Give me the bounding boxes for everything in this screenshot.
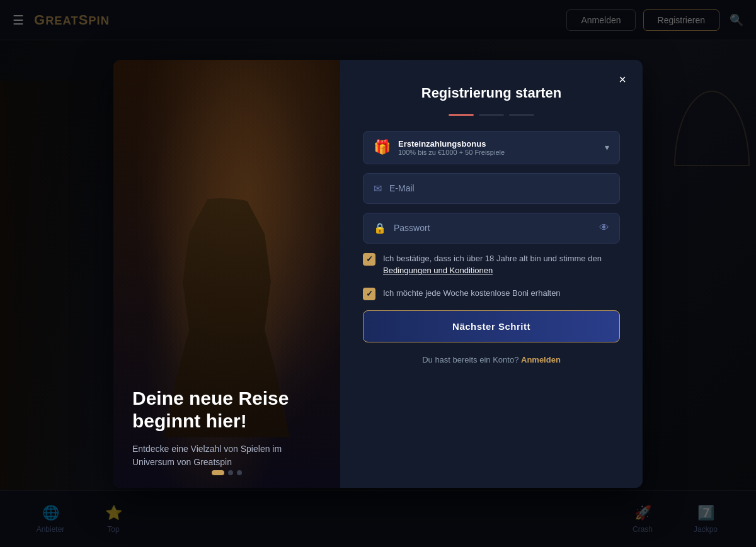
checkmark-icon: ✓ [366, 254, 373, 264]
terms-text-prefix: Ich bestätige, dass ich über 18 Jahre al… [383, 254, 602, 263]
bonus-text: Ersteinzahlungsbonus 100% bis zu €1000 +… [398, 139, 597, 156]
carousel-dots [212, 470, 242, 475]
modal-close-button[interactable]: × [612, 70, 633, 90]
login-prompt: Du hast bereits ein Konto? Anmelden [363, 355, 620, 364]
gift-icon: 🎁 [374, 139, 391, 155]
dot-1[interactable] [212, 470, 224, 475]
terms-checkbox-row: ✓ Ich bestätige, dass ich über 18 Jahre … [363, 252, 620, 277]
lock-icon: 🔒 [374, 222, 386, 234]
bonus-desc: 100% bis zu €1000 + 50 Freispiele [398, 149, 597, 156]
already-account-text: Du hast bereits ein Konto? [422, 355, 518, 364]
step-2 [479, 114, 504, 116]
bonus-banner[interactable]: 🎁 Ersteinzahlungsbonus 100% bis zu €1000… [363, 131, 620, 164]
email-field-container: ✉ [363, 173, 620, 204]
email-input[interactable] [389, 183, 609, 193]
terms-label: Ich bestätige, dass ich über 18 Jahre al… [383, 252, 620, 277]
password-field-container: 🔒 👁 [363, 213, 620, 244]
registration-modal: Deine neue Reise beginnt hier! Entdecke … [113, 60, 643, 488]
checkmark-icon-2: ✓ [366, 289, 373, 298]
password-input[interactable] [394, 223, 592, 233]
email-icon: ✉ [374, 183, 382, 195]
modal-left-panel: Deine neue Reise beginnt hier! Entdecke … [113, 60, 340, 488]
eye-icon[interactable]: 👁 [599, 222, 609, 234]
modal-left-text: Deine neue Reise beginnt hier! Entdecke … [132, 387, 321, 469]
modal-left-subtitle: Entdecke eine Vielzahl von Spielen im Un… [132, 443, 321, 469]
newsletter-label: Ich möchte jede Woche kostenlose Boni er… [383, 287, 561, 300]
chevron-down-icon: ▾ [605, 142, 609, 152]
newsletter-checkbox-row: ✓ Ich möchte jede Woche kostenlose Boni … [363, 287, 620, 300]
modal-left-title: Deine neue Reise beginnt hier! [132, 387, 321, 432]
next-step-button[interactable]: Nächster Schritt [363, 310, 620, 342]
terms-checkbox[interactable]: ✓ [363, 253, 375, 266]
terms-link[interactable]: Bedingungen und Konditionen [383, 266, 493, 275]
modal-right-panel: × Registrierung starten 🎁 Ersteinzahlung… [340, 60, 643, 488]
login-link[interactable]: Anmelden [521, 355, 561, 364]
newsletter-checkbox[interactable]: ✓ [363, 288, 375, 300]
modal-title: Registrierung starten [363, 85, 620, 101]
bonus-title: Ersteinzahlungsbonus [398, 139, 597, 149]
dot-3[interactable] [237, 470, 242, 475]
step-3 [509, 114, 534, 116]
step-indicators [363, 114, 620, 116]
modal-overlay: Deine neue Reise beginnt hier! Entdecke … [0, 0, 756, 547]
newsletter-text: Ich möchte jede Woche kostenlose Boni er… [383, 288, 561, 298]
dot-2[interactable] [228, 470, 233, 475]
step-1 [449, 114, 474, 116]
